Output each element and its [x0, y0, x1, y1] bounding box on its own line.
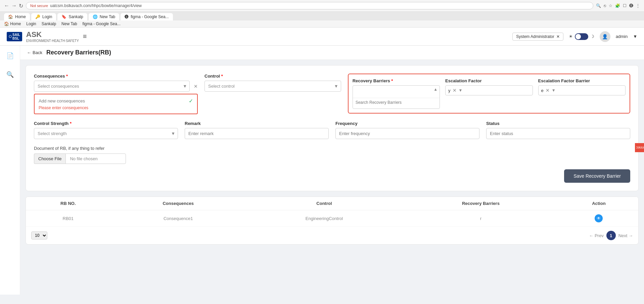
avatar: 👤 [600, 31, 610, 42]
escalation-factor-label: Escalation Factor [445, 78, 533, 83]
tab-figma[interactable]: 🅖 figma - Google Sea... [121, 13, 173, 20]
tab-sankalp[interactable]: 🔖 Sankalp [57, 13, 87, 20]
admin-dropdown-icon[interactable]: ▼ [633, 34, 637, 39]
profile-icon[interactable]: 🅑 [629, 3, 633, 8]
logo-area: ⬡ SAILBSL ASK ENVIRONMENT·HEALTH·SAFETY … [7, 30, 87, 43]
sidebar-item-search[interactable]: 🔍 [4, 69, 16, 81]
control-select-wrapper: Select control ▼ [204, 81, 341, 92]
consequences-select-row: Select consequences ▼ ✕ [34, 81, 198, 92]
window-icon[interactable]: ☐ [623, 3, 627, 8]
control-strength-select[interactable]: Select strength [34, 128, 178, 139]
browser-nav: ← → ↻ [4, 3, 23, 9]
escalation-factor-clear-icon[interactable]: ✕ [453, 88, 457, 93]
rb-chevron-icon[interactable]: ▲ [433, 87, 438, 92]
tab-login[interactable]: 🔑 Login [31, 13, 56, 20]
remark-input[interactable] [185, 128, 329, 139]
back-nav-icon[interactable]: ← [4, 3, 9, 9]
view-icon[interactable]: 👁 [595, 214, 603, 222]
header-right: System Administrator ✕ ☀ ☽ 👤 admin ▼ [512, 31, 637, 42]
escalation-factor-chevron-icon[interactable]: ▼ [459, 88, 463, 93]
bookmarks-bar: 🏠 Home Login Sankalp New Tab figma - Goo… [0, 20, 644, 28]
close-badge-icon[interactable]: ✕ [556, 34, 560, 39]
url-text: uatcsm.bslkavach.com/hhpc/bowtie/manage/… [50, 3, 142, 8]
hamburger-menu[interactable]: ≡ [83, 33, 87, 40]
col-recovery-barriers: Recovery Barriers [402, 197, 559, 210]
toggle-pill[interactable] [575, 33, 588, 40]
current-page[interactable]: 1 [606, 231, 616, 240]
recovery-barriers-select-box[interactable]: ▲ [353, 85, 440, 109]
moon-icon: ☽ [590, 34, 594, 39]
escalation-factor-barrier-group: Escalation Factor Barrier e ✕ ▼ [538, 78, 626, 109]
system-admin-badge: System Administrator ✕ [512, 33, 563, 41]
table-header: RB NO. Consequences Control Recovery Bar… [26, 197, 638, 210]
table-card: RB NO. Consequences Control Recovery Bar… [26, 197, 639, 245]
consequences-clear-icon[interactable]: ✕ [194, 84, 198, 89]
file-input-area: Choose File No file chosen [34, 154, 630, 164]
consequence-add-box: ✓ Please enter consequences [34, 94, 198, 114]
frequency-label: Frequency [335, 121, 479, 126]
ask-logo: ASK ENVIRONMENT·HEALTH·SAFETY [26, 30, 79, 43]
forward-nav-icon[interactable]: → [11, 3, 17, 9]
consequences-label: Consequences * [34, 74, 198, 79]
consequences-select-wrapper: Select consequences ▼ [34, 81, 190, 92]
address-bar[interactable]: Not secure uatcsm.bslkavach.com/hhpc/bow… [26, 2, 593, 9]
cell-consequences: Consequence1 [110, 210, 246, 227]
tab-home[interactable]: 🏠 Home [4, 13, 30, 20]
admin-label: admin [616, 34, 628, 39]
search-rb-input[interactable] [353, 98, 440, 107]
menu-icon[interactable]: ⋮ [636, 3, 640, 8]
search-icon[interactable]: 🔍 [596, 3, 601, 8]
col-rb-no: RB NO. [26, 197, 110, 210]
save-button-row: Save Recovery Barrier [34, 169, 630, 183]
next-button[interactable]: Next → [618, 233, 633, 238]
table-footer: 10 25 50 ← Prev 1 Next → [26, 227, 638, 244]
browser-bar: ← → ↻ Not secure uatcsm.bslkavach.com/hh… [0, 0, 644, 12]
status-input[interactable] [486, 128, 630, 139]
extensions-icon[interactable]: 🧩 [615, 3, 620, 8]
control-select[interactable]: Select control [204, 81, 341, 92]
save-recovery-barrier-button[interactable]: Save Recovery Barrier [564, 169, 630, 183]
theme-toggle[interactable]: ☀ ☽ [569, 33, 594, 40]
screennec-tab[interactable]: screennec [635, 143, 644, 152]
escalation-factor-barrier-chevron-icon[interactable]: ▼ [552, 88, 556, 93]
sail-logo: ⬡ SAILBSL [7, 32, 22, 41]
prev-button[interactable]: ← Prev [589, 233, 603, 238]
consequences-select[interactable]: Select consequences [34, 81, 190, 92]
multi-select-inner: ▲ [353, 86, 440, 98]
escalation-factor-barrier-clear-icon[interactable]: ✕ [546, 88, 550, 93]
col-control: Control [246, 197, 402, 210]
choose-file-button[interactable]: Choose File [34, 154, 65, 164]
bookmark-login[interactable]: Login [26, 21, 36, 26]
reload-icon[interactable]: ↻ [19, 3, 23, 9]
form-row-1: Consequences * Select consequences ▼ ✕ [34, 74, 630, 114]
form-row-2: Control Strength * Select strength ▼ Rem… [34, 121, 630, 139]
tab-newtab[interactable]: 🌐 New Tab [89, 13, 119, 20]
document-label: Document of RB, if any thing to refer [34, 146, 630, 151]
main-layout: 📄 🔍 ← Back Recovery Barriers(RB) [0, 46, 644, 295]
control-strength-group: Control Strength * Select strength ▼ [34, 121, 178, 139]
frequency-input[interactable] [335, 128, 479, 139]
escalation-factor-barrier-tag: e ✕ ▼ [538, 85, 626, 95]
bookmark-newtab[interactable]: New Tab [61, 21, 77, 26]
sidebar-item-document[interactable]: 📄 [4, 50, 16, 62]
app: ⬡ SAILBSL ASK ENVIRONMENT·HEALTH·SAFETY … [0, 28, 644, 295]
control-group: Control * Select control ▼ [204, 74, 341, 92]
browser-tabs: 🏠 Home 🔑 Login 🔖 Sankalp 🌐 New Tab 🅖 fig… [0, 12, 644, 20]
share-icon[interactable]: ⎋ [604, 3, 606, 8]
table-header-row: RB NO. Consequences Control Recovery Bar… [26, 197, 638, 210]
page-size-select[interactable]: 10 25 50 [31, 231, 47, 240]
check-icon[interactable]: ✓ [189, 98, 193, 104]
remark-label: Remark [185, 121, 329, 126]
frequency-group: Frequency [335, 121, 479, 139]
escalation-factor-barrier-value: e [541, 88, 544, 93]
validation-error: Please enter consequences [39, 105, 193, 110]
add-consequences-input[interactable] [39, 98, 186, 103]
bookmark-sankalp[interactable]: Sankalp [42, 21, 56, 26]
page-header: ← Back Recovery Barriers(RB) [20, 46, 644, 60]
status-group: Status [486, 121, 630, 139]
star-icon[interactable]: ☆ [609, 3, 612, 8]
back-arrow-icon: ← [27, 50, 31, 55]
bookmark-figma[interactable]: figma - Google Sea... [83, 21, 121, 26]
back-button[interactable]: ← Back [27, 50, 42, 55]
bookmark-home[interactable]: 🏠 Home [4, 21, 21, 26]
